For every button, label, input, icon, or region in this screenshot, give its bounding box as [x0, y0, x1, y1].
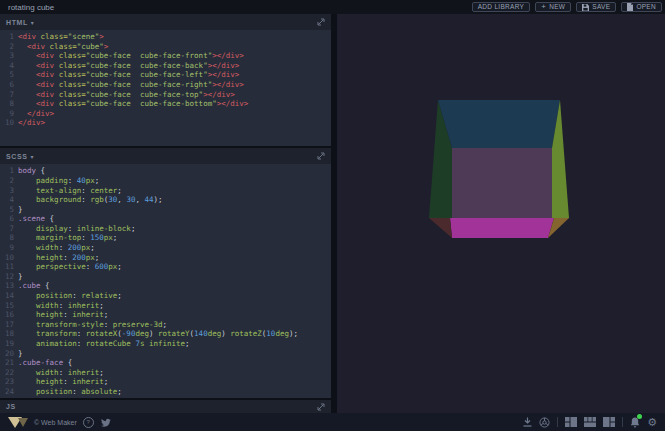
code-text: width: inherit; [18, 368, 104, 378]
download-icon[interactable] [523, 417, 532, 427]
code-line[interactable]: 17 transform-style: preserve-3d; [0, 320, 331, 330]
code-line[interactable]: 22 width: inherit; [0, 368, 331, 378]
code-text: } [18, 349, 23, 359]
html-editor[interactable]: 1<div class="scene">2 <div class="cube">… [0, 30, 331, 146]
js-panel-header[interactable]: JS [0, 400, 331, 413]
code-line[interactable]: 8 <div class="cube-face cube-face-bottom… [0, 99, 331, 109]
code-text: </div> [18, 109, 54, 119]
code-text: <div class="cube-face cube-face-bottom">… [18, 99, 248, 109]
logo-triangle [18, 418, 28, 427]
code-text: animation: rotateCube 7s infinite; [18, 339, 190, 349]
code-line[interactable]: 1body { [0, 166, 331, 176]
help-icon[interactable]: ? [83, 417, 94, 428]
code-line[interactable]: 11 perspective: 600px; [0, 262, 331, 272]
cube-front-face [452, 148, 552, 218]
code-line[interactable]: 6 <div class="cube-face cube-face-right"… [0, 80, 331, 90]
plus-icon: + [541, 3, 546, 11]
code-text: height: inherit; [18, 310, 108, 320]
line-number: 5 [0, 205, 18, 215]
footer-bar: © Web Maker ? [0, 413, 665, 431]
new-button[interactable]: + NEW [535, 2, 571, 12]
chrome-store-icon[interactable] [539, 417, 550, 428]
code-line[interactable]: 14 position: relative; [0, 291, 331, 301]
code-line[interactable]: 21.cube-face { [0, 358, 331, 368]
line-number: 1 [0, 166, 18, 176]
code-text: transform-style: preserve-3d; [18, 320, 167, 330]
workspace: HTML ▾ 1<div class="scene">2 <div class=… [0, 14, 665, 413]
layout-top-button[interactable] [584, 417, 596, 427]
expand-icon[interactable] [317, 403, 325, 411]
line-number: 2 [0, 42, 18, 52]
footer-divider [557, 417, 558, 427]
open-label: OPEN [636, 4, 656, 11]
line-number: 10 [0, 118, 18, 128]
line-number: 15 [0, 301, 18, 311]
line-number: 6 [0, 80, 18, 90]
cube-preview [337, 14, 665, 413]
code-line[interactable]: 8 margin-top: 150px; [0, 233, 331, 243]
save-button[interactable]: SAVE [576, 2, 616, 12]
code-text: } [18, 272, 23, 282]
js-panel: JS [0, 400, 331, 413]
code-line[interactable]: 15 width: inherit; [0, 301, 331, 311]
line-number: 4 [0, 61, 18, 71]
add-library-button[interactable]: ADD LIBRARY [472, 2, 531, 12]
code-text: <div class="cube-face cube-face-top"></d… [18, 90, 235, 100]
twitter-icon[interactable] [100, 418, 111, 427]
layout-right-button[interactable] [603, 417, 615, 427]
line-number: 5 [0, 70, 18, 80]
code-line[interactable]: 5 <div class="cube-face cube-face-left">… [0, 70, 331, 80]
preview-pane [337, 14, 665, 413]
line-number: 24 [0, 387, 18, 397]
code-line[interactable]: 9 width: 200px; [0, 243, 331, 253]
code-line[interactable]: 19 animation: rotateCube 7s infinite; [0, 339, 331, 349]
code-text: <div class="cube"> [18, 42, 108, 52]
code-line[interactable]: 23 height: inherit; [0, 377, 331, 387]
line-number: 4 [0, 195, 18, 205]
code-line[interactable]: 10</div> [0, 118, 331, 128]
code-line[interactable]: 1<div class="scene"> [0, 32, 331, 42]
save-label: SAVE [592, 4, 610, 11]
code-line[interactable]: 13.cube { [0, 281, 331, 291]
item-title: rotating cube [8, 3, 54, 12]
code-line[interactable]: 4 background: rgb(30, 30, 44); [0, 195, 331, 205]
code-line[interactable]: 4 <div class="cube-face cube-face-back">… [0, 61, 331, 71]
code-line[interactable]: 2 <div class="cube"> [0, 42, 331, 52]
code-line[interactable]: 20} [0, 349, 331, 359]
settings-gear-icon[interactable]: ⚙ [647, 417, 657, 428]
layout-sidebar-button[interactable] [565, 417, 577, 427]
line-number: 20 [0, 349, 18, 359]
code-text: <div class="cube-face cube-face-back"></… [18, 61, 239, 71]
scss-panel-header[interactable]: SCSS ▾ [0, 148, 331, 164]
scss-editor[interactable]: 1body {2 padding: 40px;3 text-align: cen… [0, 164, 331, 398]
code-text: height: 200px; [18, 253, 99, 263]
code-line[interactable]: 7 display: inline-block; [0, 224, 331, 234]
code-line[interactable]: 16 height: inherit; [0, 310, 331, 320]
line-number: 8 [0, 233, 18, 243]
code-line[interactable]: 6.scene { [0, 214, 331, 224]
code-line[interactable]: 10 height: 200px; [0, 253, 331, 263]
expand-icon[interactable] [317, 152, 325, 160]
code-line[interactable]: 9 </div> [0, 109, 331, 119]
line-number: 16 [0, 310, 18, 320]
code-line[interactable]: 3 <div class="cube-face cube-face-front"… [0, 51, 331, 61]
code-text: .scene { [18, 214, 54, 224]
notifications-bell-icon[interactable] [630, 417, 640, 428]
code-line[interactable]: 5} [0, 205, 331, 215]
code-text: .cube-face { [18, 358, 72, 368]
expand-icon[interactable] [317, 18, 325, 26]
html-panel-header[interactable]: HTML ▾ [0, 14, 331, 30]
code-line[interactable]: 24 position: absolute; [0, 387, 331, 397]
html-panel: HTML ▾ 1<div class="scene">2 <div class=… [0, 14, 331, 148]
line-number: 25 [0, 397, 18, 398]
code-line[interactable]: 25 background: red; [0, 397, 331, 398]
code-line[interactable]: 7 <div class="cube-face cube-face-top"><… [0, 90, 331, 100]
code-line[interactable]: 3 text-align: center; [0, 186, 331, 196]
line-number: 23 [0, 377, 18, 387]
code-line[interactable]: 12} [0, 272, 331, 282]
open-button[interactable]: OPEN [621, 2, 662, 12]
scss-panel: SCSS ▾ 1body {2 padding: 40px;3 text-ali… [0, 148, 331, 400]
webmaker-logo[interactable] [8, 417, 28, 428]
code-line[interactable]: 18 transform: rotateX(-90deg) rotateY(14… [0, 329, 331, 339]
code-line[interactable]: 2 padding: 40px; [0, 176, 331, 186]
